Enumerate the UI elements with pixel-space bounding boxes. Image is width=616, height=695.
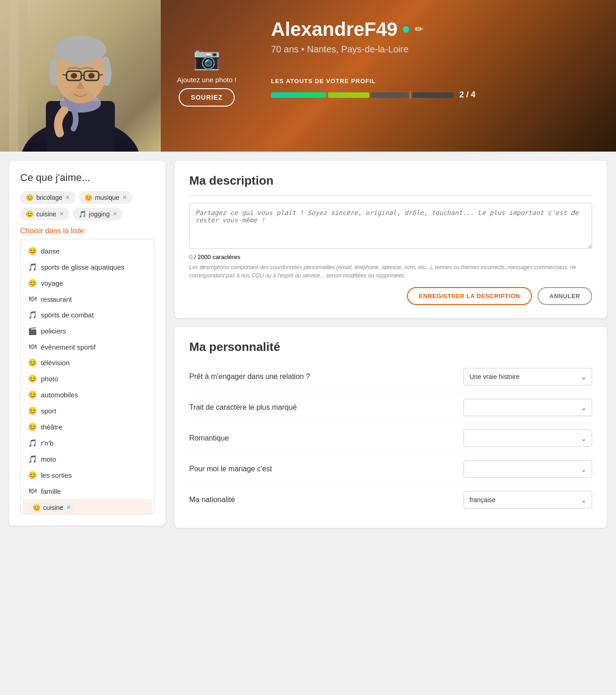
choose-list-label[interactable]: Choisir dans la liste: bbox=[20, 227, 154, 235]
list-item-sports-combat[interactable]: 🎵 sports de combat bbox=[23, 307, 152, 323]
list-item-sport[interactable]: 😊 sport bbox=[23, 403, 152, 419]
profile-photo-area bbox=[0, 0, 161, 152]
personality-card: Ma personnalité Prêt à m'engager dans un… bbox=[175, 327, 607, 528]
form-row-caractere: Trait de caractère le plus marqué Optimi… bbox=[189, 392, 592, 423]
tag-label: musique bbox=[95, 194, 119, 201]
list-item-label: voyage bbox=[41, 279, 63, 287]
description-title: Ma description bbox=[189, 174, 592, 188]
char-max: 2000 bbox=[198, 254, 211, 260]
list-item-label: r'n'b bbox=[41, 439, 53, 447]
tag-cuisine[interactable]: 😊 cuisine ✕ bbox=[20, 208, 69, 220]
header: 📷 Ajoutez une photo ! SOURIEZ AlexandreF… bbox=[0, 0, 616, 152]
list-item-label: policiers bbox=[41, 327, 66, 335]
progress-seg-3 bbox=[371, 92, 408, 98]
list-item-tag: 😊 cuisine ✕ bbox=[28, 503, 75, 513]
right-panel: Ma description 0 / 2000 caractères Les d… bbox=[175, 161, 607, 528]
list-item-label: restaurant bbox=[41, 295, 72, 303]
list-item-moto[interactable]: 🎵 moto bbox=[23, 451, 152, 467]
interests-title: Ce que j'aime... bbox=[20, 172, 154, 184]
list-item-theatre[interactable]: 😊 théâtre bbox=[23, 419, 152, 435]
tag-remove[interactable]: ✕ bbox=[66, 504, 71, 511]
tag-label: cuisine bbox=[36, 210, 57, 218]
progress-segments bbox=[271, 90, 454, 100]
list-item-cuisine[interactable]: 😊 cuisine ✕ bbox=[23, 499, 152, 514]
list-item-television[interactable]: 😊 télévision bbox=[23, 355, 152, 371]
selected-tags-row: 😊 bricolage ✕ 😊 musique ✕ bbox=[20, 191, 154, 204]
list-item-icon: 🎵 bbox=[28, 439, 37, 447]
romantique-select[interactable]: Oui Non Parfois bbox=[463, 429, 592, 447]
tag-label: bricolage bbox=[36, 194, 62, 201]
tag-label: cuisine bbox=[43, 504, 63, 511]
username-row: AlexandreF49 ✏ bbox=[271, 18, 598, 40]
list-item-label: sport bbox=[41, 407, 56, 415]
progress-count: 2 / 4 bbox=[459, 90, 475, 100]
tag-jogging[interactable]: 🎵 jogging ✕ bbox=[73, 208, 123, 220]
online-indicator bbox=[403, 26, 409, 33]
romantique-label: Romantique bbox=[189, 434, 229, 442]
description-textarea[interactable] bbox=[189, 203, 592, 249]
caractere-select-wrapper: Optimiste Créatif Drôle bbox=[463, 399, 592, 416]
profile-strength-label: LES ATOUTS DE VOTRE PROFIL bbox=[271, 78, 598, 85]
tag-icon: 😊 bbox=[85, 194, 92, 201]
tag-remove-bricolage[interactable]: ✕ bbox=[65, 194, 70, 201]
list-item-label: moto bbox=[41, 455, 56, 463]
interests-list: 😊 danse 🎵 sports de glisse aquatiques 😊 … bbox=[20, 239, 154, 514]
nationalite-select[interactable]: française autre bbox=[463, 491, 592, 509]
nationalite-label: Ma nationalité bbox=[189, 496, 235, 504]
photo-upload-area[interactable]: 📷 Ajoutez une photo ! SOURIEZ bbox=[161, 0, 253, 152]
char-separator: / bbox=[194, 254, 198, 260]
list-item-label: sports de combat bbox=[41, 311, 94, 319]
form-row-mariage: Pour moi le mariage c'est Essentiel Pas … bbox=[189, 454, 592, 485]
svg-point-13 bbox=[71, 73, 77, 79]
list-item-icon: 🎵 bbox=[28, 455, 37, 463]
relation-label: Prêt à m'engager dans une relation ? bbox=[189, 373, 310, 381]
svg-point-7 bbox=[55, 36, 106, 63]
list-item-label: automobiles bbox=[41, 391, 78, 399]
list-item-icon: 🎵 bbox=[28, 263, 37, 271]
description-card: Ma description 0 / 2000 caractères Les d… bbox=[175, 161, 607, 318]
progress-divider bbox=[410, 90, 411, 100]
save-description-button[interactable]: ENREGISTRER LA DESCRIPTION bbox=[407, 287, 532, 305]
relation-select[interactable]: Une vraie histoire Flirter Ne sais pas e… bbox=[463, 368, 592, 385]
list-item-icon: 🎬 bbox=[28, 327, 37, 335]
svg-rect-2 bbox=[9, 0, 18, 152]
nationalite-select-wrapper: française autre bbox=[463, 491, 592, 509]
list-item-danse[interactable]: 😊 danse bbox=[23, 243, 152, 259]
list-item-label: sports de glisse aquatiques bbox=[41, 263, 124, 271]
list-item-label: photo bbox=[41, 375, 58, 383]
list-item-photo[interactable]: 😊 photo bbox=[23, 371, 152, 387]
list-item-icon: 😊 bbox=[28, 407, 37, 415]
relation-select-wrapper: Une vraie histoire Flirter Ne sais pas e… bbox=[463, 368, 592, 385]
personality-title: Ma personnalité bbox=[189, 340, 592, 354]
edit-icon[interactable]: ✏ bbox=[415, 23, 423, 35]
tag-musique[interactable]: 😊 musique ✕ bbox=[79, 191, 132, 204]
souriez-button[interactable]: SOURIEZ bbox=[179, 88, 234, 107]
progress-seg-2 bbox=[328, 92, 369, 98]
list-item-restaurant[interactable]: 🍽 restaurant bbox=[23, 291, 152, 307]
tag-remove-jogging[interactable]: ✕ bbox=[113, 211, 117, 217]
tag-remove-cuisine[interactable]: ✕ bbox=[59, 211, 64, 217]
char-count: 0 / 2000 caractères bbox=[189, 254, 592, 260]
cancel-button[interactable]: ANNULER bbox=[537, 287, 592, 305]
form-row-nationalite: Ma nationalité française autre bbox=[189, 485, 592, 515]
tag-bricolage[interactable]: 😊 bricolage ✕ bbox=[20, 191, 75, 204]
list-item-label: les sorties bbox=[41, 471, 72, 479]
svg-point-15 bbox=[67, 90, 94, 103]
mariage-select[interactable]: Essentiel Pas nécessaire Pourquoi pas bbox=[463, 460, 592, 478]
list-item-label: danse bbox=[41, 247, 60, 255]
list-item-policiers[interactable]: 🎬 policiers bbox=[23, 323, 152, 339]
list-item-voyage[interactable]: 😊 voyage bbox=[23, 275, 152, 291]
list-item-famille[interactable]: 🍽 famille bbox=[23, 483, 152, 499]
list-item-evenement-sportif[interactable]: 🍽 évènement sportif bbox=[23, 339, 152, 355]
tag-label: jogging bbox=[89, 210, 110, 218]
tag-remove-musique[interactable]: ✕ bbox=[122, 194, 127, 201]
list-item-automobiles[interactable]: 😊 automobiles bbox=[23, 387, 152, 403]
caractere-label: Trait de caractère le plus marqué bbox=[189, 403, 297, 412]
description-buttons: ENREGISTRER LA DESCRIPTION ANNULER bbox=[189, 287, 592, 305]
list-item-sorties[interactable]: 😊 les sorties bbox=[23, 467, 152, 483]
list-item-rnb[interactable]: 🎵 r'n'b bbox=[23, 435, 152, 451]
list-item-sports-glisse[interactable]: 🎵 sports de glisse aquatiques bbox=[23, 259, 152, 275]
caractere-select[interactable]: Optimiste Créatif Drôle bbox=[463, 399, 592, 416]
list-item-icon: 😊 bbox=[28, 390, 37, 399]
list-item-label: télévision bbox=[41, 359, 70, 367]
